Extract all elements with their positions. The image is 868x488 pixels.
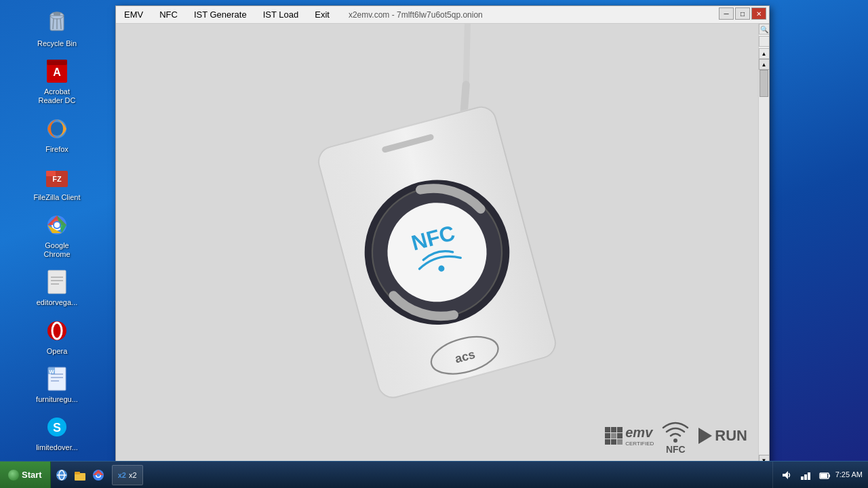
furnituregu-icon: W: [43, 365, 71, 392]
run-logo: RUN: [697, 426, 747, 445]
svg-point-18: [54, 222, 60, 228]
desktop-icon-recycle-bin[interactable]: Recycle Bin: [30, 5, 84, 52]
svg-rect-9: [47, 60, 67, 65]
app-window: EMV NFC IST Generate IST Load Exit x2emv…: [115, 5, 770, 466]
svg-text:FZ: FZ: [52, 175, 62, 183]
window-url: x2emv.com - 7mlft6lw7u6ot5qp.onion: [349, 10, 483, 20]
svg-rect-65: [829, 474, 830, 477]
desktop-icon-firefox[interactable]: Firefox: [30, 111, 84, 158]
desktop-icon-editorvega[interactable]: editorvega...: [30, 264, 84, 311]
emv-certified-text: CERTIFIED: [625, 441, 654, 447]
svg-rect-6: [54, 12, 60, 16]
desktop-icon-opera[interactable]: Opera: [30, 313, 84, 360]
svg-rect-66: [821, 474, 827, 478]
menu-ist-generate[interactable]: IST Generate: [191, 8, 250, 21]
recycle-bin-icon: [43, 9, 71, 37]
nfc-wifi-logo: NFC: [662, 417, 689, 455]
svg-rect-61: [801, 476, 804, 480]
window-controls: ─ □ ✕: [719, 7, 766, 20]
filezilla-icon: FZ: [43, 163, 71, 190]
desktop-icon-filezilla[interactable]: FZ FileZilla Client: [30, 159, 84, 206]
svg-text:A: A: [53, 66, 61, 78]
svg-line-38: [466, 24, 467, 85]
scroll-spacer: [759, 36, 770, 47]
firefox-icon: [43, 115, 71, 142]
desktop-icon-furnituregu[interactable]: W furnituregu...: [30, 361, 84, 408]
desktop-icon-acrobat[interactable]: A Acrobat Reader DC: [30, 54, 84, 109]
scroll-search-icon[interactable]: 🔍: [759, 24, 770, 35]
scroll-up-icon[interactable]: ▲: [759, 48, 770, 59]
svg-text:W: W: [49, 369, 54, 375]
taskbar-folder-icon[interactable]: [72, 467, 88, 483]
window-menu: EMV NFC IST Generate IST Load Exit x2emv…: [116, 6, 769, 24]
system-time: 7:25 AM: [835, 470, 863, 479]
acrobat-icon: A: [43, 58, 71, 85]
filezilla-label: FileZilla Client: [33, 193, 80, 202]
svg-marker-51: [698, 428, 712, 444]
menu-ist-load[interactable]: IST Load: [260, 8, 302, 21]
svg-text:S: S: [53, 421, 61, 434]
systray-battery-icon[interactable]: [816, 467, 833, 483]
desktop: Recycle Bin A Acrobat Reader DC: [0, 0, 868, 488]
desktop-icon-skype[interactable]: S limitedover...: [30, 409, 84, 456]
emv-logo: emv CERTIFIED: [605, 425, 654, 447]
window-close-btn[interactable]: ✕: [751, 7, 766, 20]
taskbar-x2-button[interactable]: x2 x2: [112, 465, 143, 485]
scroll-track: [759, 70, 769, 455]
editorvega-icon: [43, 268, 71, 296]
menu-nfc[interactable]: NFC: [157, 8, 180, 21]
svg-rect-19: [48, 270, 66, 293]
acrobat-label: Acrobat Reader DC: [33, 87, 81, 105]
scroll-up-arrow[interactable]: ▲: [759, 59, 770, 70]
taskbar-tasks: x2 x2: [109, 465, 772, 485]
menu-emv[interactable]: EMV: [121, 8, 146, 21]
svg-line-5: [60, 18, 61, 29]
start-button[interactable]: Start: [0, 462, 51, 488]
editorvega-label: editorvega...: [37, 298, 78, 307]
system-tray: 7:25 AM: [772, 462, 868, 488]
start-label: Start: [22, 470, 42, 480]
svg-line-3: [53, 18, 54, 29]
furnituregu-label: furnituregu...: [36, 395, 78, 404]
emv-text: emv: [625, 425, 654, 441]
svg-point-23: [47, 321, 66, 340]
window-content: NFC acs: [116, 24, 769, 466]
scroll-thumb[interactable]: [760, 70, 768, 97]
svg-rect-63: [808, 472, 810, 480]
vertical-scrollbar: 🔍 ▲ ▲ ▼: [758, 24, 769, 466]
chrome-icon: [43, 211, 71, 239]
systray-network-icon[interactable]: [797, 467, 814, 483]
desktop-icon-area: Recycle Bin A Acrobat Reader DC: [0, 0, 114, 461]
svg-point-11: [50, 122, 64, 136]
run-text: RUN: [715, 427, 747, 445]
skype-icon: S: [43, 413, 71, 441]
main-content: NFC acs: [116, 24, 758, 466]
emv-grid-icon: [605, 427, 623, 445]
systray-volume-icon[interactable]: [778, 467, 795, 483]
menu-exit[interactable]: Exit: [312, 8, 332, 21]
opera-label: Opera: [47, 347, 68, 356]
chrome-label: Google Chrome: [33, 241, 81, 259]
window-maximize-btn[interactable]: □: [735, 7, 750, 20]
taskbar-x2-label: x2: [129, 471, 137, 479]
svg-point-59: [96, 473, 100, 476]
opera-icon: [43, 317, 71, 344]
taskbar-ie-icon[interactable]: [54, 467, 70, 483]
window-minimize-btn[interactable]: ─: [719, 7, 734, 20]
watermarks: emv CERTIFIED NFC: [605, 417, 747, 455]
recycle-bin-label: Recycle Bin: [37, 39, 77, 48]
svg-rect-62: [804, 474, 807, 480]
firefox-label: Firefox: [45, 145, 68, 154]
nfc-device-image: NFC acs: [116, 24, 758, 466]
taskbar: Start: [0, 461, 868, 488]
skype-label: limitedover...: [36, 443, 78, 452]
nfc-label: NFC: [666, 444, 686, 455]
svg-marker-60: [783, 471, 788, 479]
svg-point-50: [673, 439, 677, 443]
desktop-icon-chrome[interactable]: Google Chrome: [30, 207, 84, 263]
quick-launch: [51, 467, 109, 483]
taskbar-chrome-icon[interactable]: [90, 467, 106, 483]
svg-rect-56: [75, 472, 80, 474]
start-orb-icon: [8, 470, 19, 481]
